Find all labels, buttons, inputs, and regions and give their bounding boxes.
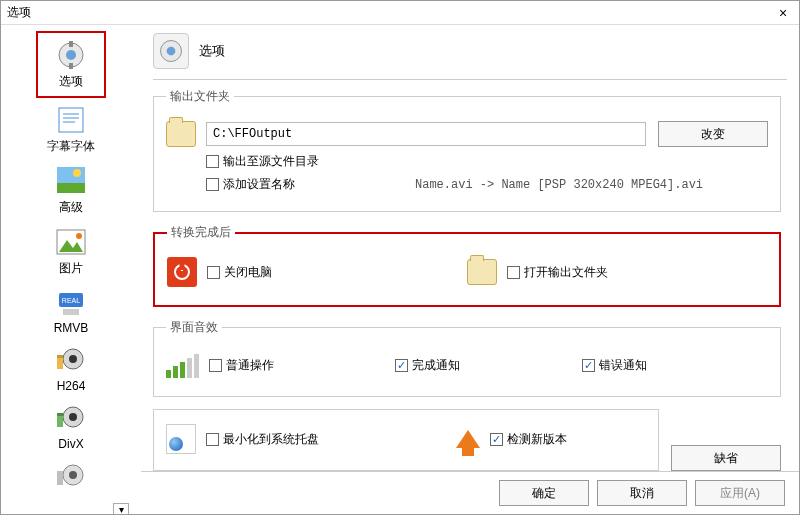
legend-output-folder: 输出文件夹 — [166, 88, 234, 105]
checkbox-label: 检测新版本 — [507, 431, 567, 448]
sidebar-item-more[interactable] — [36, 457, 106, 497]
svg-rect-20 — [57, 355, 63, 358]
svg-point-26 — [69, 471, 77, 479]
change-button[interactable]: 改变 — [658, 121, 768, 147]
divx-icon — [55, 403, 87, 435]
image-icon — [55, 226, 87, 258]
svg-rect-16 — [63, 309, 79, 315]
sidebar-item-rmvb[interactable]: REAL RMVB — [36, 283, 106, 339]
sidebar-item-label: H264 — [57, 379, 86, 393]
checkbox-output-to-source[interactable]: 输出至源文件目录 — [206, 153, 319, 170]
dialog-body: 选项 字幕字体 高级 图片 — [1, 25, 799, 514]
sidebar-item-label: RMVB — [54, 321, 89, 335]
checkbox-check-update[interactable]: 检测新版本 — [490, 431, 567, 448]
checkbox-label: 错误通知 — [599, 357, 647, 374]
main-panel: 选项 输出文件夹 改变 输出至源文件目录 添加设置名称 — [141, 25, 799, 514]
checkbox-label: 最小化到系统托盘 — [223, 431, 319, 448]
sidebar-item-label: 字幕字体 — [47, 138, 95, 155]
svg-point-29 — [167, 47, 176, 56]
sidebar-item-label: 图片 — [59, 260, 83, 277]
update-arrow-icon — [456, 430, 480, 448]
checkbox-error-sound[interactable]: 错误通知 — [582, 357, 768, 374]
svg-rect-8 — [57, 183, 85, 193]
group-after-convert: 转换完成后 关闭电脑 打开输出文件夹 — [153, 224, 781, 307]
sidebar-item-divx[interactable]: DivX — [36, 399, 106, 455]
svg-text:REAL: REAL — [62, 297, 80, 304]
svg-point-22 — [69, 413, 77, 421]
group-sound: 界面音效 普通操作 完成通知 错误通知 — [153, 319, 781, 397]
sound-bars-icon — [166, 352, 199, 378]
group-output-folder: 输出文件夹 改变 输出至源文件目录 添加设置名称 Name.avi -> Nam… — [153, 88, 781, 212]
options-dialog: 选项 × 选项 字幕字体 高级 — [0, 0, 800, 515]
legend-sound: 界面音效 — [166, 319, 222, 336]
divider — [153, 79, 787, 80]
tray-icon — [166, 424, 196, 454]
sidebar-item-label: 选项 — [59, 73, 83, 90]
checkbox-label: 打开输出文件夹 — [524, 264, 608, 281]
checkbox-label: 关闭电脑 — [224, 264, 272, 281]
window-title: 选项 — [7, 4, 773, 21]
sidebar-item-image[interactable]: 图片 — [36, 222, 106, 281]
filename-example: Name.avi -> Name [PSP 320x240 MPEG4].avi — [415, 178, 703, 192]
page-title: 选项 — [199, 42, 225, 60]
apply-button[interactable]: 应用(A) — [695, 480, 785, 506]
sidebar-item-subtitle-font[interactable]: 字幕字体 — [36, 100, 106, 159]
checkbox-label: 输出至源文件目录 — [223, 153, 319, 170]
power-icon — [167, 257, 197, 287]
titlebar: 选项 × — [1, 1, 799, 25]
svg-rect-27 — [57, 471, 63, 485]
advanced-icon — [55, 165, 87, 197]
legend-after-convert: 转换完成后 — [167, 224, 235, 241]
sidebar-item-label: 高级 — [59, 199, 83, 216]
options-icon — [55, 39, 87, 71]
h264-icon — [55, 345, 87, 377]
close-icon[interactable]: × — [773, 5, 793, 21]
checkbox-complete-sound[interactable]: 完成通知 — [395, 357, 581, 374]
group-misc: 最小化到系统托盘 检测新版本 — [153, 409, 659, 471]
checkbox-label: 添加设置名称 — [223, 176, 295, 193]
svg-rect-24 — [57, 413, 63, 416]
sidebar-item-advanced[interactable]: 高级 — [36, 161, 106, 220]
svg-rect-4 — [59, 108, 83, 132]
checkbox-open-output-folder[interactable]: 打开输出文件夹 — [507, 264, 608, 281]
svg-point-18 — [69, 355, 77, 363]
output-path-input[interactable] — [206, 122, 646, 146]
cancel-button[interactable]: 取消 — [597, 480, 687, 506]
checkbox-shutdown[interactable]: 关闭电脑 — [207, 264, 272, 281]
svg-point-10 — [73, 169, 81, 177]
chevron-down-icon[interactable]: ▾ — [113, 503, 129, 514]
film-icon — [55, 461, 87, 493]
checkbox-add-settings-name[interactable]: 添加设置名称 — [206, 176, 295, 193]
sidebar-item-label: DivX — [58, 437, 83, 451]
default-button[interactable]: 缺省 — [671, 445, 781, 471]
options-icon — [153, 33, 189, 69]
checkbox-normal-sound[interactable]: 普通操作 — [209, 357, 395, 374]
folder-icon — [166, 121, 196, 147]
checkbox-label: 完成通知 — [412, 357, 460, 374]
svg-rect-3 — [69, 63, 73, 69]
svg-point-13 — [76, 233, 82, 239]
svg-rect-9 — [57, 167, 85, 183]
checkbox-minimize-tray[interactable]: 最小化到系统托盘 — [206, 431, 446, 448]
sidebar-item-h264[interactable]: H264 — [36, 341, 106, 397]
sidebar-item-options[interactable]: 选项 — [36, 31, 106, 98]
dialog-footer: 确定 取消 应用(A) — [141, 471, 799, 514]
svg-rect-2 — [69, 41, 73, 47]
ok-button[interactable]: 确定 — [499, 480, 589, 506]
sidebar: 选项 字幕字体 高级 图片 — [1, 25, 141, 514]
main-header: 选项 — [141, 25, 799, 77]
content: 输出文件夹 改变 输出至源文件目录 添加设置名称 Name.avi -> Nam… — [141, 88, 799, 471]
svg-point-1 — [66, 50, 76, 60]
subtitle-icon — [55, 104, 87, 136]
rmvb-icon: REAL — [55, 287, 87, 319]
checkbox-label: 普通操作 — [226, 357, 274, 374]
folder-icon — [467, 259, 497, 285]
